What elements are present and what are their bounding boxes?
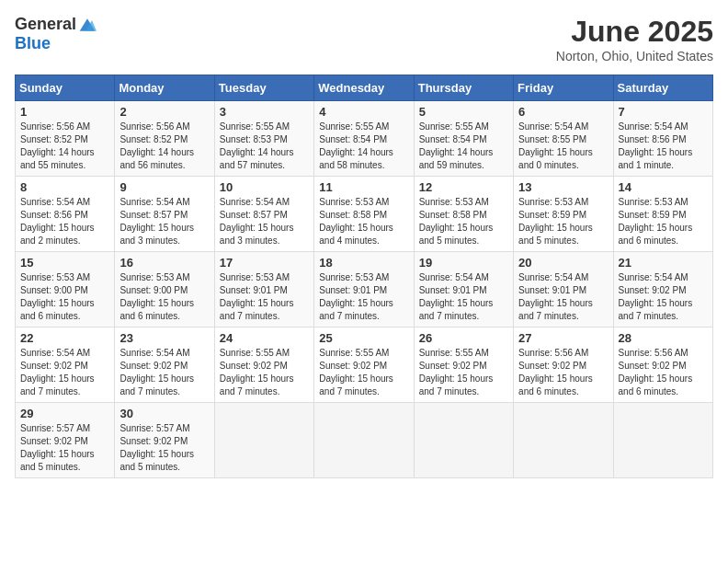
day-number: 20 xyxy=(518,256,608,270)
day-info: Sunrise: 5:53 AM Sunset: 8:59 PM Dayligh… xyxy=(619,196,708,247)
day-number: 8 xyxy=(20,180,109,194)
day-number: 13 xyxy=(518,180,608,194)
day-info: Sunrise: 5:56 AM Sunset: 8:52 PM Dayligh… xyxy=(20,121,109,172)
title-section: June 2025 Norton, Ohio, United States xyxy=(556,15,713,63)
day-info: Sunrise: 5:57 AM Sunset: 9:02 PM Dayligh… xyxy=(119,422,209,474)
day-number: 15 xyxy=(20,256,109,270)
day-header-sunday: Sunday xyxy=(16,75,115,101)
calendar-cell: 2Sunrise: 5:56 AM Sunset: 8:52 PM Daylig… xyxy=(115,101,214,177)
calendar-cell: 3Sunrise: 5:55 AM Sunset: 8:53 PM Daylig… xyxy=(214,101,313,177)
day-info: Sunrise: 5:53 AM Sunset: 8:58 PM Dayligh… xyxy=(419,196,508,247)
calendar-cell: 14Sunrise: 5:53 AM Sunset: 8:59 PM Dayli… xyxy=(613,177,712,252)
day-number: 22 xyxy=(20,331,109,345)
day-number: 25 xyxy=(319,331,408,345)
day-info: Sunrise: 5:56 AM Sunset: 9:02 PM Dayligh… xyxy=(518,347,608,398)
day-number: 9 xyxy=(119,180,209,194)
calendar-cell: 12Sunrise: 5:53 AM Sunset: 8:58 PM Dayli… xyxy=(414,177,513,252)
calendar-cell: 25Sunrise: 5:55 AM Sunset: 9:02 PM Dayli… xyxy=(314,327,414,403)
day-header-wednesday: Wednesday xyxy=(314,75,414,101)
day-header-thursday: Thursday xyxy=(414,75,513,101)
day-number: 10 xyxy=(220,180,309,194)
day-number: 12 xyxy=(419,180,508,194)
calendar-cell: 26Sunrise: 5:55 AM Sunset: 9:02 PM Dayli… xyxy=(414,327,513,403)
calendar-cell: 27Sunrise: 5:56 AM Sunset: 9:02 PM Dayli… xyxy=(514,327,613,403)
logo-icon xyxy=(78,16,97,34)
day-number: 17 xyxy=(220,256,309,270)
calendar-cell: 13Sunrise: 5:53 AM Sunset: 8:59 PM Dayli… xyxy=(514,177,613,252)
day-info: Sunrise: 5:53 AM Sunset: 9:01 PM Dayligh… xyxy=(319,271,408,323)
day-number: 21 xyxy=(619,256,708,270)
day-info: Sunrise: 5:57 AM Sunset: 9:02 PM Dayligh… xyxy=(20,422,109,474)
day-number: 27 xyxy=(518,331,608,345)
day-number: 11 xyxy=(319,180,408,194)
calendar-table: SundayMondayTuesdayWednesdayThursdayFrid… xyxy=(15,75,713,478)
calendar-cell xyxy=(613,403,712,478)
day-info: Sunrise: 5:56 AM Sunset: 9:02 PM Dayligh… xyxy=(619,347,708,398)
day-header-saturday: Saturday xyxy=(613,75,712,101)
page-header: General Blue June 2025 Norton, Ohio, Uni… xyxy=(15,15,713,63)
day-info: Sunrise: 5:55 AM Sunset: 8:54 PM Dayligh… xyxy=(419,121,508,172)
day-info: Sunrise: 5:55 AM Sunset: 8:53 PM Dayligh… xyxy=(220,121,309,172)
calendar-week-row: 15Sunrise: 5:53 AM Sunset: 9:00 PM Dayli… xyxy=(16,252,713,327)
logo-general-text: General xyxy=(15,15,76,34)
calendar-cell: 1Sunrise: 5:56 AM Sunset: 8:52 PM Daylig… xyxy=(16,101,115,177)
day-header-friday: Friday xyxy=(514,75,613,101)
location: Norton, Ohio, United States xyxy=(556,49,713,63)
calendar-cell: 16Sunrise: 5:53 AM Sunset: 9:00 PM Dayli… xyxy=(115,252,214,327)
day-info: Sunrise: 5:54 AM Sunset: 9:02 PM Dayligh… xyxy=(619,271,708,323)
calendar-cell: 4Sunrise: 5:55 AM Sunset: 8:54 PM Daylig… xyxy=(314,101,414,177)
day-number: 4 xyxy=(319,105,408,119)
day-number: 1 xyxy=(20,105,109,119)
day-number: 2 xyxy=(119,105,209,119)
day-number: 24 xyxy=(220,331,309,345)
calendar-cell: 21Sunrise: 5:54 AM Sunset: 9:02 PM Dayli… xyxy=(613,252,712,327)
day-number: 6 xyxy=(518,105,608,119)
day-header-tuesday: Tuesday xyxy=(214,75,313,101)
calendar-cell: 28Sunrise: 5:56 AM Sunset: 9:02 PM Dayli… xyxy=(613,327,712,403)
calendar-cell: 11Sunrise: 5:53 AM Sunset: 8:58 PM Dayli… xyxy=(314,177,414,252)
calendar-cell: 15Sunrise: 5:53 AM Sunset: 9:00 PM Dayli… xyxy=(16,252,115,327)
day-number: 18 xyxy=(319,256,408,270)
calendar-cell: 9Sunrise: 5:54 AM Sunset: 8:57 PM Daylig… xyxy=(115,177,214,252)
calendar-cell: 19Sunrise: 5:54 AM Sunset: 9:01 PM Dayli… xyxy=(414,252,513,327)
day-info: Sunrise: 5:54 AM Sunset: 9:02 PM Dayligh… xyxy=(119,347,209,398)
day-number: 5 xyxy=(419,105,508,119)
day-number: 26 xyxy=(419,331,508,345)
day-info: Sunrise: 5:55 AM Sunset: 9:02 PM Dayligh… xyxy=(220,347,309,398)
day-info: Sunrise: 5:53 AM Sunset: 9:00 PM Dayligh… xyxy=(20,271,109,323)
calendar-week-row: 29Sunrise: 5:57 AM Sunset: 9:02 PM Dayli… xyxy=(16,403,713,478)
day-number: 7 xyxy=(619,105,708,119)
day-info: Sunrise: 5:53 AM Sunset: 9:01 PM Dayligh… xyxy=(220,271,309,323)
calendar-cell: 17Sunrise: 5:53 AM Sunset: 9:01 PM Dayli… xyxy=(214,252,313,327)
day-info: Sunrise: 5:54 AM Sunset: 8:57 PM Dayligh… xyxy=(220,196,309,247)
calendar-cell: 18Sunrise: 5:53 AM Sunset: 9:01 PM Dayli… xyxy=(314,252,414,327)
day-number: 29 xyxy=(20,407,109,420)
day-info: Sunrise: 5:54 AM Sunset: 8:56 PM Dayligh… xyxy=(20,196,109,247)
day-number: 19 xyxy=(419,256,508,270)
day-info: Sunrise: 5:54 AM Sunset: 9:01 PM Dayligh… xyxy=(419,271,508,323)
day-info: Sunrise: 5:56 AM Sunset: 8:52 PM Dayligh… xyxy=(119,121,209,172)
day-info: Sunrise: 5:54 AM Sunset: 8:57 PM Dayligh… xyxy=(119,196,209,247)
calendar-cell: 10Sunrise: 5:54 AM Sunset: 8:57 PM Dayli… xyxy=(214,177,313,252)
day-header-monday: Monday xyxy=(115,75,214,101)
calendar-cell xyxy=(214,403,313,478)
calendar-cell: 5Sunrise: 5:55 AM Sunset: 8:54 PM Daylig… xyxy=(414,101,513,177)
calendar-week-row: 8Sunrise: 5:54 AM Sunset: 8:56 PM Daylig… xyxy=(16,177,713,252)
calendar-header-row: SundayMondayTuesdayWednesdayThursdayFrid… xyxy=(16,75,713,101)
logo: General Blue xyxy=(15,15,97,53)
calendar-cell xyxy=(314,403,414,478)
day-info: Sunrise: 5:53 AM Sunset: 8:59 PM Dayligh… xyxy=(518,196,608,247)
calendar-week-row: 1Sunrise: 5:56 AM Sunset: 8:52 PM Daylig… xyxy=(16,101,713,177)
calendar-week-row: 22Sunrise: 5:54 AM Sunset: 9:02 PM Dayli… xyxy=(16,327,713,403)
day-number: 14 xyxy=(619,180,708,194)
calendar-cell: 7Sunrise: 5:54 AM Sunset: 8:56 PM Daylig… xyxy=(613,101,712,177)
calendar-cell xyxy=(414,403,513,478)
day-info: Sunrise: 5:54 AM Sunset: 9:01 PM Dayligh… xyxy=(518,271,608,323)
calendar-cell: 20Sunrise: 5:54 AM Sunset: 9:01 PM Dayli… xyxy=(514,252,613,327)
logo-blue-text: Blue xyxy=(15,34,51,53)
day-info: Sunrise: 5:55 AM Sunset: 9:02 PM Dayligh… xyxy=(419,347,508,398)
calendar-cell: 6Sunrise: 5:54 AM Sunset: 8:55 PM Daylig… xyxy=(514,101,613,177)
day-info: Sunrise: 5:53 AM Sunset: 9:00 PM Dayligh… xyxy=(119,271,209,323)
calendar-cell: 24Sunrise: 5:55 AM Sunset: 9:02 PM Dayli… xyxy=(214,327,313,403)
day-number: 28 xyxy=(619,331,708,345)
